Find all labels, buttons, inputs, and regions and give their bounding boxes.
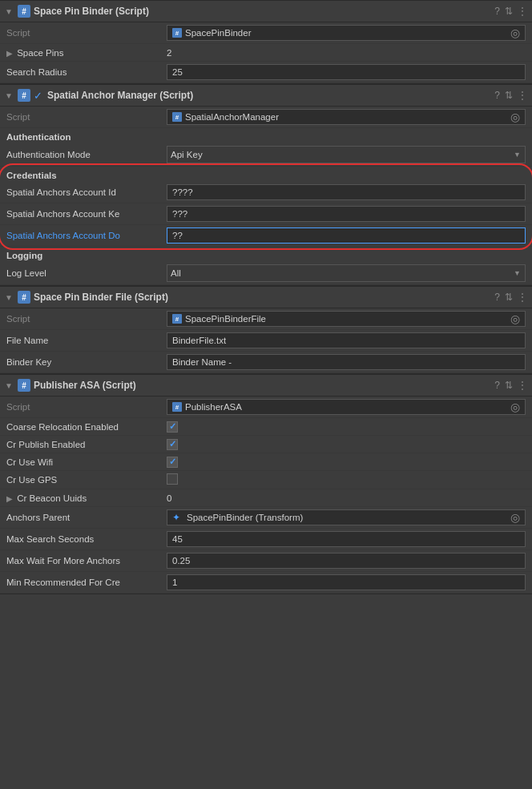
settings-icon-3[interactable]: ⇅ xyxy=(505,292,513,303)
space-pin-binder-title: Space Pin Binder (Script) xyxy=(34,6,491,17)
cr-beacon-triangle[interactable]: ▶ xyxy=(6,494,13,503)
min-recommended-value[interactable] xyxy=(167,574,526,590)
sam-script-value[interactable]: # SpatialAnchorManager ◎ xyxy=(167,109,526,125)
spbf-script-value[interactable]: # SpacePinBinderFile ◎ xyxy=(167,311,526,327)
credentials-section: Credentials Spatial Anchors Account Id S… xyxy=(0,167,532,247)
account-id-input[interactable] xyxy=(167,184,526,200)
cr-publish-checkbox[interactable] xyxy=(167,439,178,450)
coarse-relocation-label: Coarse Relocation Enabled xyxy=(6,422,167,432)
log-level-label: Log Level xyxy=(6,268,167,278)
log-level-select[interactable]: All Debug Warning Error xyxy=(167,264,526,282)
account-domain-value[interactable] xyxy=(167,227,526,244)
cr-beacon-value: 0 xyxy=(167,493,526,503)
header-icons-4: ? ⇅ ⋮ xyxy=(494,380,527,391)
binder-key-row: Binder Key xyxy=(0,352,532,373)
pasa-script-name: PublisherASA xyxy=(185,402,242,412)
min-recommended-input[interactable] xyxy=(167,574,526,590)
search-radius-label: Search Radius xyxy=(6,67,167,77)
menu-icon-4[interactable]: ⋮ xyxy=(518,380,527,391)
hash-icon: # xyxy=(18,5,30,18)
header-icons-3: ? ⇅ ⋮ xyxy=(494,292,527,303)
cr-beacon-label: ▶ Cr Beacon Uuids xyxy=(6,493,167,503)
auth-mode-select-wrapper[interactable]: Api Key Account xyxy=(167,146,526,163)
account-domain-row: Spatial Anchors Account Do xyxy=(0,225,532,247)
account-key-value[interactable] xyxy=(167,206,526,222)
coarse-relocation-checkbox[interactable] xyxy=(167,421,178,433)
collapse-triangle-2[interactable]: ▼ xyxy=(5,91,13,100)
spbf-script-hash: # xyxy=(172,314,182,324)
settings-icon-4[interactable]: ⇅ xyxy=(505,380,513,391)
sam-script-name: SpatialAnchorManager xyxy=(185,112,279,122)
max-search-seconds-input[interactable] xyxy=(167,531,526,547)
help-icon-3[interactable]: ? xyxy=(494,292,500,303)
hash-icon-3: # xyxy=(18,291,30,304)
sam-object-picker[interactable]: ◎ xyxy=(510,111,520,123)
file-name-input[interactable] xyxy=(167,332,526,348)
collapse-triangle-4[interactable]: ▼ xyxy=(5,381,13,390)
log-level-select-wrapper[interactable]: All Debug Warning Error xyxy=(167,264,526,282)
anchors-parent-text: SpacePinBinder (Transform) xyxy=(187,513,303,522)
max-wait-input[interactable] xyxy=(167,553,526,569)
binder-key-label: Binder Key xyxy=(6,357,167,367)
cr-use-wifi-row: Cr Use Wifi xyxy=(0,453,532,471)
file-name-row: File Name xyxy=(0,330,532,352)
spatial-anchor-manager-panel: ▼ # ✓ Spatial Anchor Manager (Script) ? … xyxy=(0,84,532,286)
pasa-object-picker[interactable]: ◎ xyxy=(510,401,520,413)
space-pin-binder-header: ▼ # Space Pin Binder (Script) ? ⇅ ⋮ xyxy=(0,0,532,22)
script-row: Script # SpacePinBinder ◎ xyxy=(0,22,532,44)
spbf-script-label: Script xyxy=(6,314,167,324)
auth-mode-select[interactable]: Api Key Account xyxy=(167,146,526,163)
cr-use-wifi-checkbox[interactable] xyxy=(167,457,178,468)
search-radius-value[interactable] xyxy=(167,64,526,80)
help-icon[interactable]: ? xyxy=(494,6,500,17)
search-radius-row: Search Radius xyxy=(0,62,532,83)
spbf-object-picker[interactable]: ◎ xyxy=(510,312,520,325)
cr-use-wifi-label: Cr Use Wifi xyxy=(6,457,167,467)
search-radius-input[interactable] xyxy=(167,64,526,80)
max-search-seconds-value[interactable] xyxy=(167,531,526,547)
file-name-value[interactable] xyxy=(167,332,526,348)
pasa-script-hash: # xyxy=(172,402,182,412)
settings-icon-2[interactable]: ⇅ xyxy=(505,90,513,101)
cr-use-gps-checkbox[interactable] xyxy=(167,473,178,485)
script-value[interactable]: # SpacePinBinder ◎ xyxy=(167,25,526,41)
object-picker-icon[interactable]: ◎ xyxy=(510,26,520,39)
space-pin-binder-file-header: ▼ # Space Pin Binder File (Script) ? ⇅ ⋮ xyxy=(0,286,532,308)
menu-icon[interactable]: ⋮ xyxy=(518,6,527,17)
help-icon-2[interactable]: ? xyxy=(494,90,500,101)
publisher-asa-header: ▼ # Publisher ASA (Script) ? ⇅ ⋮ xyxy=(0,374,532,397)
settings-icon[interactable]: ⇅ xyxy=(505,6,513,17)
menu-icon-2[interactable]: ⋮ xyxy=(518,90,527,101)
space-pin-binder-file-title: Space Pin Binder File (Script) xyxy=(34,292,491,303)
max-wait-value[interactable] xyxy=(167,553,526,569)
account-id-value[interactable] xyxy=(167,184,526,200)
auth-section-label: Authentication xyxy=(0,128,532,143)
credentials-label: Credentials xyxy=(0,167,532,182)
auth-mode-row: Authentication Mode Api Key Account xyxy=(0,143,532,167)
auth-mode-label: Authentication Mode xyxy=(6,150,167,159)
binder-key-value[interactable] xyxy=(167,354,526,370)
coarse-relocation-row: Coarse Relocation Enabled xyxy=(0,418,532,436)
pasa-script-value[interactable]: # PublisherASA ◎ xyxy=(167,399,526,415)
max-search-seconds-label: Max Search Seconds xyxy=(6,534,167,544)
publisher-asa-title: Publisher ASA (Script) xyxy=(34,380,491,391)
script-hash-icon: # xyxy=(172,28,182,38)
cr-use-gps-label: Cr Use GPS xyxy=(6,475,167,485)
space-pins-triangle[interactable]: ▶ xyxy=(6,49,13,58)
help-icon-4[interactable]: ? xyxy=(494,380,500,391)
enabled-checkmark[interactable]: ✓ xyxy=(34,90,42,102)
binder-key-input[interactable] xyxy=(167,354,526,370)
collapse-triangle[interactable]: ▼ xyxy=(5,7,13,16)
account-key-input[interactable] xyxy=(167,206,526,222)
cr-publish-row: Cr Publish Enabled xyxy=(0,436,532,453)
log-level-row: Log Level All Debug Warning Error xyxy=(0,262,532,285)
account-domain-input[interactable] xyxy=(167,227,526,244)
menu-icon-3[interactable]: ⋮ xyxy=(518,292,527,303)
anchors-parent-value[interactable]: ✦ SpacePinBinder (Transform) ◎ xyxy=(167,509,526,525)
min-recommended-row: Min Recommended For Cre xyxy=(0,572,532,594)
collapse-triangle-3[interactable]: ▼ xyxy=(5,293,13,302)
cr-publish-value xyxy=(167,439,526,450)
anchors-parent-picker[interactable]: ◎ xyxy=(510,511,520,524)
account-key-row: Spatial Anchors Account Ke xyxy=(0,203,532,225)
script-label: Script xyxy=(6,28,167,38)
